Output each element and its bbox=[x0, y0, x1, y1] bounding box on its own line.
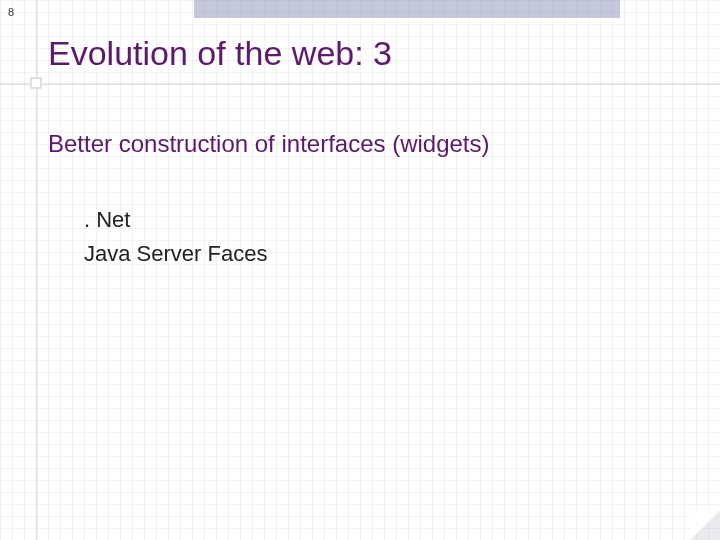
horizontal-guideline bbox=[0, 83, 720, 85]
slide-title: Evolution of the web: 3 bbox=[48, 34, 392, 73]
guideline-node bbox=[30, 77, 42, 89]
list-item: . Net bbox=[84, 204, 267, 236]
list-item: Java Server Faces bbox=[84, 238, 267, 270]
top-color-band bbox=[194, 0, 620, 18]
body-items: . Net Java Server Faces bbox=[84, 204, 267, 272]
slide-subtitle: Better construction of interfaces (widge… bbox=[48, 130, 490, 158]
corner-fold bbox=[690, 510, 720, 540]
page-number: 8 bbox=[8, 6, 14, 18]
